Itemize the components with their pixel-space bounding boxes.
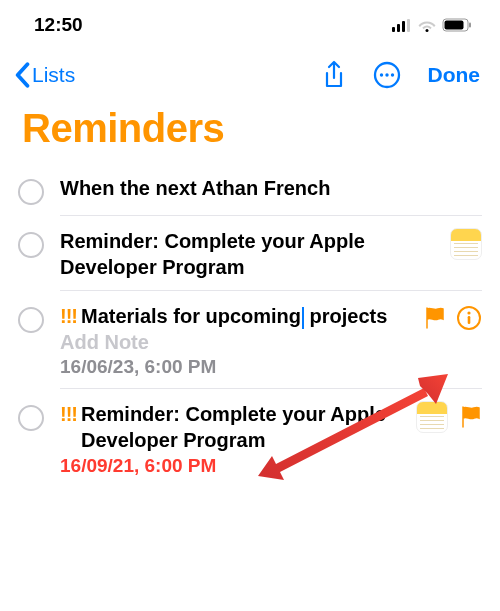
svg-rect-1 <box>397 24 400 32</box>
svg-rect-0 <box>392 27 395 32</box>
svg-point-13 <box>467 311 470 314</box>
reminder-item[interactable]: Reminder: Complete your Apple Developer … <box>0 216 500 290</box>
reminder-date[interactable]: 16/06/23, 6:00 PM <box>60 356 416 378</box>
add-note-placeholder[interactable]: Add Note <box>60 331 416 354</box>
info-icon[interactable] <box>456 305 482 331</box>
svg-rect-2 <box>402 21 405 32</box>
reminder-checkbox[interactable] <box>18 405 44 431</box>
svg-point-10 <box>385 73 388 76</box>
notes-attachment-icon[interactable] <box>416 401 448 433</box>
reminder-checkbox[interactable] <box>18 307 44 333</box>
svg-rect-3 <box>407 19 410 32</box>
reminders-list: When the next Athan French Reminder: Com… <box>0 163 500 487</box>
notes-attachment-icon[interactable] <box>450 228 482 260</box>
reminder-title: Reminder: Complete your Apple Developer … <box>81 401 408 453</box>
svg-rect-7 <box>469 23 471 28</box>
chevron-left-icon <box>12 62 32 88</box>
reminder-date[interactable]: 16/09/21, 6:00 PM <box>60 455 408 477</box>
nav-back-button[interactable]: Lists <box>12 62 75 88</box>
reminder-title: When the next Athan French <box>60 175 482 201</box>
reminder-content: !!! Reminder: Complete your Apple Develo… <box>60 401 408 477</box>
status-bar: 12:50 <box>0 0 500 44</box>
text-cursor <box>302 307 304 329</box>
reminder-item[interactable]: !!! Reminder: Complete your Apple Develo… <box>0 389 500 487</box>
svg-rect-6 <box>445 21 464 30</box>
signal-icon <box>392 19 412 32</box>
share-icon[interactable] <box>322 60 346 90</box>
reminder-title-input[interactable]: Materials for upcoming projects <box>81 303 416 329</box>
flag-icon <box>460 405 482 429</box>
reminder-content: Reminder: Complete your Apple Developer … <box>60 228 442 280</box>
wifi-icon <box>418 19 436 32</box>
reminder-content: When the next Athan French <box>60 175 482 201</box>
priority-indicator: !!! <box>60 303 77 329</box>
reminder-checkbox[interactable] <box>18 179 44 205</box>
reminder-checkbox[interactable] <box>18 232 44 258</box>
nav-back-label: Lists <box>32 63 75 87</box>
svg-point-11 <box>390 73 393 76</box>
nav-actions: Done <box>322 60 481 90</box>
reminder-title: Reminder: Complete your Apple Developer … <box>60 228 442 280</box>
battery-icon <box>442 18 472 32</box>
flag-icon[interactable] <box>424 306 446 330</box>
reminder-item[interactable]: When the next Athan French <box>0 163 500 215</box>
done-button[interactable]: Done <box>428 63 481 87</box>
status-icons <box>392 18 472 32</box>
nav-bar: Lists Done <box>0 44 500 102</box>
page-title: Reminders <box>0 102 500 163</box>
reminder-item[interactable]: !!! Materials for upcoming projects Add … <box>0 291 500 388</box>
svg-point-4 <box>426 29 429 32</box>
status-time: 12:50 <box>34 14 83 36</box>
priority-indicator: !!! <box>60 401 77 427</box>
more-icon[interactable] <box>372 60 402 90</box>
svg-rect-14 <box>468 316 471 324</box>
reminder-content: !!! Materials for upcoming projects Add … <box>60 303 416 378</box>
svg-point-9 <box>379 73 382 76</box>
